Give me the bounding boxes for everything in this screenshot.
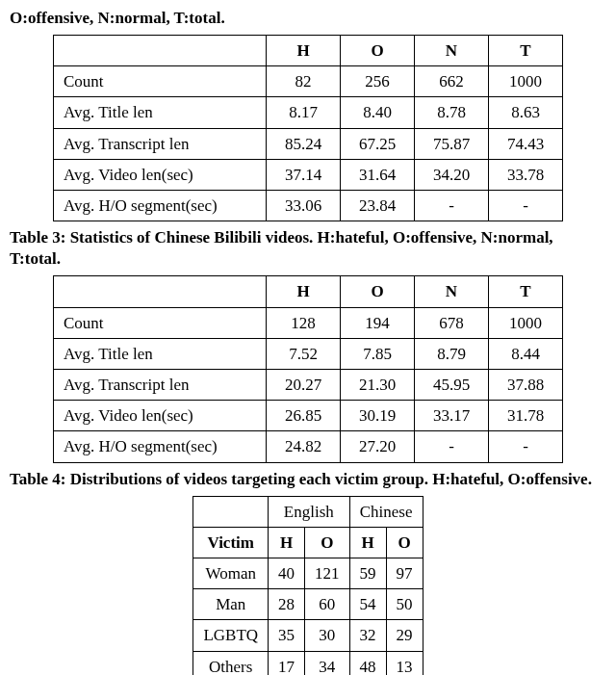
table-2-caption-partial: O:offensive, N:normal, T:total. — [10, 8, 606, 29]
cell: 75.87 — [415, 128, 489, 159]
cell: 8.63 — [489, 97, 563, 128]
header-h: H — [269, 527, 305, 558]
cell: 31.78 — [489, 401, 563, 431]
table-2: H O N T Count 82 256 662 1000 Avg. Title… — [53, 35, 563, 221]
table-row: Others 17 34 48 13 — [193, 651, 423, 675]
cell: 31.64 — [341, 159, 415, 190]
table-row: Avg. Transcript len 20.27 21.30 45.95 37… — [54, 369, 563, 400]
cell: 30.19 — [341, 401, 415, 431]
cell: 37.88 — [489, 369, 563, 400]
header-o: O — [341, 276, 415, 307]
cell: 33.06 — [267, 191, 341, 221]
row-label: Avg. Video len(sec) — [54, 401, 267, 431]
cell: 85.24 — [267, 128, 341, 159]
cell: 74.43 — [489, 128, 563, 159]
table-row: Victim H O H O — [193, 527, 423, 558]
cell: 8.40 — [341, 97, 415, 128]
cell: 28 — [269, 589, 305, 620]
cell: 21.30 — [341, 369, 415, 400]
cell: 662 — [415, 66, 489, 97]
table-row: Count 128 194 678 1000 — [54, 307, 563, 338]
header-victim: Victim — [193, 527, 269, 558]
cell: 128 — [267, 307, 341, 338]
table-row: LGBTQ 35 30 32 29 — [193, 620, 423, 651]
cell: 17 — [269, 651, 305, 675]
table-row: Avg. H/O segment(sec) 24.82 27.20 - - — [54, 431, 563, 462]
cell: 256 — [341, 66, 415, 97]
row-label: Avg. Video len(sec) — [54, 159, 267, 190]
cell: - — [415, 431, 489, 462]
header-o: O — [341, 36, 415, 66]
cell: 23.84 — [341, 191, 415, 221]
header-t: T — [489, 36, 563, 66]
row-label: Count — [54, 307, 267, 338]
header-o: O — [305, 527, 350, 558]
cell: 60 — [305, 589, 350, 620]
row-label: Avg. H/O segment(sec) — [54, 191, 267, 221]
cell: 8.78 — [415, 97, 489, 128]
table-row: Man 28 60 54 50 — [193, 589, 423, 620]
header-o: O — [386, 527, 423, 558]
header-h: H — [267, 276, 341, 307]
cell: 45.95 — [415, 369, 489, 400]
header-h: H — [349, 527, 386, 558]
cell: 678 — [415, 307, 489, 338]
cell: 33.17 — [415, 401, 489, 431]
cell: 97 — [386, 558, 423, 589]
cell: 37.14 — [267, 159, 341, 190]
cell: 50 — [386, 589, 423, 620]
header-chinese: Chinese — [349, 496, 423, 527]
table-row: H O N T — [54, 36, 563, 66]
table-row: Avg. Video len(sec) 37.14 31.64 34.20 33… — [54, 159, 563, 190]
cell: 54 — [349, 589, 386, 620]
header-t: T — [489, 276, 563, 307]
header-n: N — [415, 276, 489, 307]
cell: 82 — [267, 66, 341, 97]
cell: 32 — [349, 620, 386, 651]
cell: 59 — [349, 558, 386, 589]
header-english: English — [269, 496, 350, 527]
table-row: Avg. Title len 8.17 8.40 8.78 8.63 — [54, 97, 563, 128]
row-label: Avg. Title len — [54, 338, 267, 369]
cell: 20.27 — [267, 369, 341, 400]
cell: 194 — [341, 307, 415, 338]
cell: 8.44 — [489, 338, 563, 369]
cell: 8.79 — [415, 338, 489, 369]
table-3-caption: Table 3: Statistics of Chinese Bilibili … — [10, 227, 606, 270]
cell: 34.20 — [415, 159, 489, 190]
row-label: Avg. Transcript len — [54, 369, 267, 400]
row-label: Avg. H/O segment(sec) — [54, 431, 267, 462]
row-label: LGBTQ — [193, 620, 269, 651]
row-label: Avg. Transcript len — [54, 128, 267, 159]
table-row: Avg. Video len(sec) 26.85 30.19 33.17 31… — [54, 401, 563, 431]
row-label: Woman — [193, 558, 269, 589]
cell: 26.85 — [267, 401, 341, 431]
cell: - — [415, 191, 489, 221]
cell: 33.78 — [489, 159, 563, 190]
table-row: Avg. Transcript len 85.24 67.25 75.87 74… — [54, 128, 563, 159]
cell: 30 — [305, 620, 350, 651]
cell: 40 — [269, 558, 305, 589]
cell: 8.17 — [267, 97, 341, 128]
cell: 48 — [349, 651, 386, 675]
cell: 7.52 — [267, 338, 341, 369]
cell: 1000 — [489, 66, 563, 97]
table-row: Avg. H/O segment(sec) 33.06 23.84 - - — [54, 191, 563, 221]
header-n: N — [415, 36, 489, 66]
cell: 13 — [386, 651, 423, 675]
cell: - — [489, 431, 563, 462]
header-h: H — [267, 36, 341, 66]
header-blank — [193, 496, 269, 527]
header-blank — [54, 36, 267, 66]
cell: - — [489, 191, 563, 221]
row-label: Avg. Title len — [54, 97, 267, 128]
cell: 27.20 — [341, 431, 415, 462]
row-label: Man — [193, 589, 269, 620]
table-row: English Chinese — [193, 496, 423, 527]
table-row: Woman 40 121 59 97 — [193, 558, 423, 589]
cell: 121 — [305, 558, 350, 589]
table-3: H O N T Count 128 194 678 1000 Avg. Titl… — [53, 275, 563, 462]
cell: 67.25 — [341, 128, 415, 159]
row-label: Count — [54, 66, 267, 97]
cell: 34 — [305, 651, 350, 675]
